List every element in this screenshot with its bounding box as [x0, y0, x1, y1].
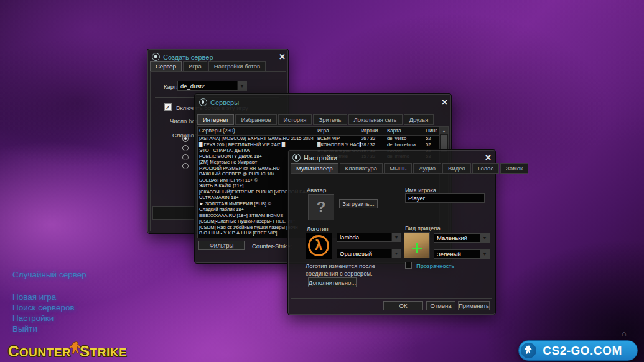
- chevron-down-icon[interactable]: ▼: [480, 234, 489, 242]
- tab[interactable]: Интернет: [197, 114, 234, 125]
- house-icon: ⌂: [622, 329, 627, 338]
- filters-button[interactable]: Фильтры: [198, 241, 245, 250]
- check-icon: ✓: [166, 104, 170, 111]
- servers-title: Серверы: [199, 98, 239, 106]
- divider: [291, 298, 492, 299]
- tab[interactable]: Локальная сеть: [348, 114, 403, 125]
- tab[interactable]: Зритель: [313, 114, 347, 125]
- difficulty-radio-1[interactable]: [182, 136, 189, 142]
- cs2go-badge[interactable]: CS2-GO.COM: [518, 340, 638, 361]
- menu-item[interactable]: Выйти: [12, 323, 86, 334]
- chevron-down-icon[interactable]: ▼: [391, 233, 401, 241]
- dialog-icon: [199, 98, 207, 106]
- cancel-button[interactable]: Отмена: [426, 301, 455, 310]
- tab[interactable]: Голос: [472, 163, 499, 174]
- create-server-title: Создать сервер: [152, 53, 213, 61]
- menu-item[interactable]: Настройки: [12, 313, 86, 323]
- enable-bots-checkbox[interactable]: ✓: [164, 103, 172, 111]
- col-ping[interactable]: Пинг: [426, 128, 437, 134]
- server-row[interactable]: |ASTANA| |MOSCOW| EXPERT-GAME.RU 2015-20…: [198, 136, 440, 142]
- menu-item[interactable]: Поиск серверов: [12, 302, 86, 313]
- crosshair-label: Вид прицела: [405, 225, 441, 231]
- col-map[interactable]: Карта: [387, 128, 401, 134]
- close-icon[interactable]: ✕: [279, 53, 286, 61]
- game-main-menu-screen: Случайный серверНовая играПоиск серверов…: [0, 0, 644, 362]
- logo-color-dropdown[interactable]: Оранжевый ▼: [337, 249, 401, 258]
- player-name-input[interactable]: Player: [405, 193, 485, 203]
- logo-counter-text: Counter: [8, 343, 71, 360]
- col-servers[interactable]: Серверы (230): [199, 128, 235, 134]
- logo-dropdown[interactable]: lambda ▼: [337, 233, 401, 242]
- badge-text: CS2-GO.COM: [519, 344, 637, 358]
- difficulty-radio-2[interactable]: [182, 145, 189, 151]
- tab[interactable]: Замок: [500, 163, 528, 174]
- soldier-icon: [521, 343, 536, 358]
- apply-button[interactable]: Применить: [458, 301, 490, 310]
- avatar-label: Аватар: [307, 187, 326, 193]
- logo-note: Логотип изменится после соединения с сер…: [306, 262, 405, 277]
- col-game[interactable]: Игра: [317, 128, 329, 134]
- tab[interactable]: Избранное: [235, 114, 276, 125]
- chevron-down-icon[interactable]: ▼: [480, 250, 489, 258]
- logo-strike-text: Strike: [80, 343, 127, 360]
- chevron-down-icon[interactable]: ▼: [237, 81, 246, 90]
- filter-summary: Counter-Strike;: [252, 243, 292, 249]
- transparency-label: Прозрачность: [416, 262, 455, 269]
- soldier-icon: [70, 341, 82, 360]
- avatar: ?: [308, 194, 334, 220]
- crosshair-vertical: [416, 243, 418, 253]
- col-players[interactable]: Игроки: [361, 128, 378, 134]
- close-icon[interactable]: ✕: [485, 154, 492, 162]
- create-server-tabs: СерверИграНастройки ботов: [150, 61, 266, 72]
- crosshair-size-dropdown[interactable]: Маленький ▼: [434, 233, 490, 243]
- dialog-icon: [152, 53, 160, 61]
- difficulty-radio-3[interactable]: [182, 154, 189, 160]
- text-caret: [426, 195, 426, 202]
- counter-strike-logo: Counter Strike: [8, 342, 127, 361]
- menu-item[interactable]: Новая игра: [12, 292, 86, 302]
- tab[interactable]: Мышь: [384, 163, 412, 174]
- close-icon[interactable]: ✕: [441, 98, 448, 106]
- tab[interactable]: Клавиатура: [340, 163, 383, 174]
- chevron-down-icon[interactable]: ▼: [391, 249, 401, 258]
- tab[interactable]: Игра: [183, 61, 207, 72]
- tab[interactable]: Аудио: [413, 163, 441, 174]
- tab[interactable]: Мультиплеер: [291, 163, 338, 174]
- crosshair-color-dropdown[interactable]: Зеленый ▼: [434, 249, 490, 259]
- settings-title: Настройки: [292, 154, 337, 162]
- menu-item[interactable]: Случайный сервер: [12, 269, 86, 280]
- main-menu: Случайный серверНовая играПоиск серверов…: [12, 269, 86, 334]
- transparency-checkbox[interactable]: [405, 262, 412, 269]
- server-row[interactable]: █ ГРУЗ 200 | БЕСПЛАТНЫЙ VIP 24/7 █ █КОНО…: [198, 142, 440, 148]
- server-list-header: Серверы (230) Игра Игроки Карта Пинг: [198, 127, 440, 136]
- settings-tabs: МультиплеерКлавиатураМышьАудиоВидеоГолос…: [291, 163, 528, 174]
- difficulty-radio-4[interactable]: [182, 163, 189, 169]
- advanced-button[interactable]: Дополнительно...: [308, 277, 357, 287]
- ok-button[interactable]: ОК: [383, 301, 423, 310]
- tab[interactable]: Сервер: [150, 61, 182, 72]
- lambda-logo: λ: [306, 233, 332, 259]
- player-name-label: Имя игрока: [405, 187, 436, 193]
- crosshair-preview: [404, 232, 430, 258]
- dialog-icon: [292, 154, 301, 162]
- scroll-up-icon[interactable]: ▲: [440, 127, 448, 134]
- servers-tabs: ИнтернетИзбранноеИсторияЗрительЛокальная…: [197, 114, 434, 125]
- tab[interactable]: Настройки ботов: [208, 61, 266, 72]
- tab[interactable]: Друзья: [404, 114, 434, 125]
- tab[interactable]: История: [278, 114, 312, 125]
- settings-dialog: Настройки ✕ МультиплеерКлавиатураМышьАуд…: [287, 149, 496, 315]
- tab[interactable]: Видео: [442, 163, 471, 174]
- logo-label: Логотип: [307, 225, 329, 232]
- map-dropdown[interactable]: de_dust2 ▼: [177, 81, 247, 91]
- upload-button[interactable]: Загрузить...: [339, 199, 378, 208]
